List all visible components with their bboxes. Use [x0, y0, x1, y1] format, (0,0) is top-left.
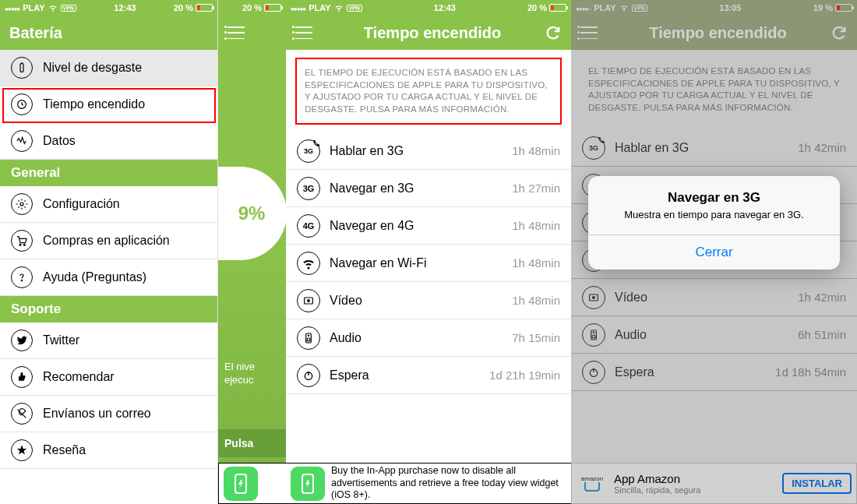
vpn-badge: VPN — [632, 5, 647, 12]
runtime-label: Audio — [330, 331, 512, 345]
menu-icon[interactable] — [295, 26, 312, 39]
info-text[interactable]: EL TIEMPO DE EJECUCIÓN ESTÁ BASADO EN LA… — [580, 58, 848, 122]
menu-item-label: Reseña — [43, 443, 86, 457]
audio-icon — [297, 326, 320, 350]
svg-point-11 — [307, 338, 310, 341]
install-button[interactable]: INSTALAR — [782, 473, 852, 494]
runtime-row[interactable]: Espera1d 18h 54min — [571, 354, 857, 391]
svg-point-12 — [308, 335, 309, 336]
runtime-label: Audio — [615, 328, 798, 342]
video-icon — [582, 286, 605, 309]
battery-pct: 20 % — [527, 3, 547, 12]
svg-point-9 — [308, 299, 310, 301]
battery-icon — [196, 4, 213, 12]
status-bar: 20 % — [218, 0, 286, 16]
ad-banner[interactable]: Buy the In-App purchase now to disable a… — [286, 463, 571, 504]
refresh-icon[interactable] — [545, 24, 562, 41]
menu-item-review[interactable]: Reseña — [0, 432, 217, 469]
menu-item-mail[interactable]: Envíanos un correo — [0, 396, 217, 432]
runtime-value: 1d 21h 19min — [489, 368, 560, 382]
runtime-row[interactable]: Audio7h 15min — [286, 319, 571, 357]
ad-app-icon[interactable] — [224, 467, 258, 501]
runtime-value: 1h 48min — [512, 144, 560, 157]
refresh-icon[interactable] — [831, 24, 848, 41]
wifi-icon — [48, 3, 58, 12]
wear-gauge: 9% — [218, 167, 286, 260]
signal-dots-icon — [576, 3, 591, 12]
battery-pct: 19 % — [813, 3, 833, 12]
menu-item-settings[interactable]: Configuración — [0, 186, 217, 223]
runtime-value: 1d 18h 54min — [775, 365, 846, 379]
menu-item-label: Envíanos un correo — [43, 407, 151, 421]
runtime-label: Espera — [615, 365, 775, 379]
screenshot-runtime: PLAYVPN 12:43 20 % Tiempo encendido EL T… — [286, 0, 571, 504]
runtime-row[interactable]: 3GNavegar en 3G1h 27min — [286, 170, 571, 207]
svg-rect-0 — [20, 64, 23, 72]
svg-point-19 — [592, 335, 595, 338]
runtime-label: Navegar en 4G — [330, 219, 512, 233]
menu-item-label: Configuración — [43, 197, 120, 211]
signal-dots-icon — [291, 3, 305, 12]
menu-item-runtime[interactable]: Tiempo encendido — [0, 86, 217, 123]
help-icon — [11, 266, 33, 288]
menu-list: Nivel de desgasteTiempo encendidoDatosGe… — [0, 50, 217, 469]
runtime-row[interactable]: Audio6h 51min — [571, 316, 857, 354]
menu-item-recommend[interactable]: Recomendar — [0, 359, 217, 396]
runtime-label: Navegar en 3G — [330, 182, 512, 196]
screenshot-menu: PLAYVPN 12:43 20 % Batería Nivel de desg… — [0, 0, 218, 504]
runtime-row[interactable]: 3GHablar en 3G1h 48min — [286, 132, 571, 170]
runtime-label: Hablar en 3G — [615, 141, 798, 155]
runtime-value: 1h 48min — [512, 256, 560, 270]
nav-bar: Tiempo encendido — [571, 16, 857, 50]
wear-level-icon — [11, 57, 33, 79]
runtime-label: Hablar en 3G — [330, 144, 512, 158]
info-text[interactable]: EL TIEMPO DE EJECUCIÓN ESTÁ BASADO EN LA… — [295, 58, 562, 125]
nav-bar — [218, 16, 286, 50]
menu-item-label: Recomendar — [43, 370, 115, 384]
runtime-row[interactable]: Vídeo1h 48min — [286, 282, 571, 319]
battery-icon — [264, 4, 281, 12]
alert-dialog: Navegar en 3G Muestra en tiempo para nav… — [588, 176, 840, 270]
runtime-list: 3GHablar en 3G1h 48min3GNavegar en 3G1h … — [286, 132, 571, 463]
runtime-value: 1h 48min — [512, 294, 560, 307]
section-header: Soporte — [0, 296, 217, 322]
menu-icon[interactable] — [227, 26, 245, 39]
runtime-row[interactable]: 4GNavegar en 4G1h 48min — [286, 207, 571, 245]
runtime-value: 1h 42min — [798, 141, 846, 154]
runtime-label: Vídeo — [615, 291, 798, 305]
settings-icon — [11, 193, 33, 215]
runtime-row[interactable]: Espera1d 21h 19min — [286, 357, 571, 394]
runtime-label: Vídeo — [330, 294, 512, 308]
wifi-icon — [297, 252, 320, 275]
svg-point-6 — [21, 280, 22, 280]
alert-close-button[interactable]: Cerrar — [588, 234, 840, 270]
runtime-value: 6h 51min — [798, 328, 846, 341]
status-bar: PLAYVPN 12:43 20 % — [0, 0, 217, 16]
menu-item-data[interactable]: Datos — [0, 123, 217, 160]
clock: 12:43 — [76, 3, 174, 12]
menu-icon[interactable] — [580, 26, 598, 39]
battery-pct: 20 % — [174, 3, 193, 12]
menu-item-label: Ayuda (Preguntas) — [43, 270, 146, 284]
battery-icon — [549, 4, 566, 12]
svg-point-3 — [20, 203, 23, 206]
nav-bar: Batería — [0, 16, 217, 50]
4g-icon: 4G — [297, 214, 320, 238]
peek-text: El niveejecuc — [224, 361, 284, 387]
menu-item-twitter[interactable]: Twitter — [0, 322, 217, 359]
signal-dots-icon — [5, 3, 19, 12]
menu-item-iap[interactable]: Compras en aplicación — [0, 223, 217, 259]
status-bar: PLAYVPN 13:05 19 % — [571, 0, 857, 16]
menu-item-help[interactable]: Ayuda (Preguntas) — [0, 259, 217, 296]
svg-point-17 — [593, 296, 595, 298]
carrier-label: PLAY — [594, 3, 615, 12]
carrier-label: PLAY — [309, 3, 330, 12]
standby-icon — [297, 364, 320, 387]
peek-cta[interactable]: Pulsa — [218, 429, 286, 457]
runtime-row[interactable]: Vídeo1h 42min — [571, 279, 857, 316]
runtime-row[interactable]: 3GHablar en 3G1h 42min — [571, 129, 857, 167]
runtime-row[interactable]: Navegar en Wi-Fi1h 48min — [286, 245, 571, 282]
menu-item-wear-level[interactable]: Nivel de desgaste — [0, 50, 217, 86]
ad-banner[interactable]: amazon App Amazon Sincilla, rápida, segu… — [571, 463, 857, 504]
alert-message: Muestra en tiempo para navegar en 3G. — [588, 209, 840, 234]
